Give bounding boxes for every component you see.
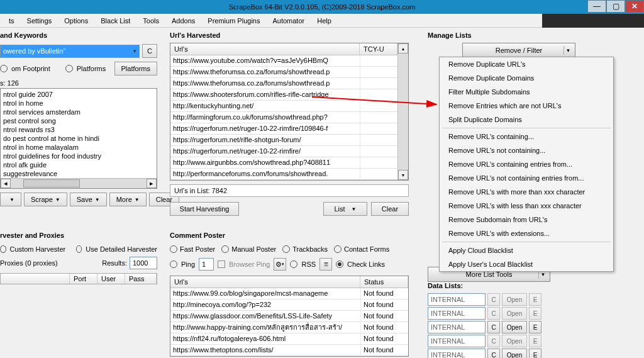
start-harvesting-button[interactable]: Start Harvesting xyxy=(170,202,239,216)
menu-item-apply-cloud-blacklist[interactable]: Apply Cloud Blacklist xyxy=(440,243,613,257)
menu-item-remove-duplicate-domains[interactable]: Remove Duplicate Domains xyxy=(440,71,613,85)
keywords-list[interactable]: ntrol guide 2007ntrol in homentrol servi… xyxy=(0,88,157,189)
detailed-harvester-radio[interactable] xyxy=(76,245,82,253)
poster-row[interactable]: http://www.happy-training.com/หลักสูตรกา… xyxy=(170,322,408,333)
save-button[interactable]: Save▼ xyxy=(70,193,107,206)
scroll-down-icon[interactable]: ▾ xyxy=(398,170,408,180)
menu-settings[interactable]: Settings xyxy=(21,15,58,26)
menu-item-remove-duplicate-url-s[interactable]: Remove Duplicate URL's xyxy=(440,57,613,71)
clear-list-button[interactable]: Clear xyxy=(371,202,409,216)
keyword-item[interactable]: ntrol afk guide xyxy=(3,160,154,169)
harvested-row[interactable]: https://www.theforumsa.co.za/forums/show… xyxy=(170,67,397,78)
c-button[interactable]: C xyxy=(142,44,157,58)
scroll-left-icon[interactable]: ◂ xyxy=(1,179,11,188)
ping-radio[interactable] xyxy=(170,260,177,268)
harvested-row[interactable]: https://rugerforum.net/ruger-10-22-rimfi… xyxy=(170,146,397,157)
c-button[interactable]: C xyxy=(487,349,500,358)
ping-input[interactable] xyxy=(199,258,214,271)
data-list-input[interactable] xyxy=(428,321,486,333)
harvested-row[interactable]: http://www.airgunbbs.com/showthread.php?… xyxy=(170,157,397,169)
menu-premium-plugins[interactable]: Premium Plugins xyxy=(201,15,266,26)
open-button[interactable]: Open xyxy=(502,349,527,358)
data-list-input[interactable] xyxy=(428,293,486,306)
browser-ping-checkbox[interactable] xyxy=(218,260,225,268)
open-button[interactable]: Open xyxy=(502,335,527,347)
open-button[interactable]: Open xyxy=(502,321,527,333)
rss-radio[interactable] xyxy=(290,260,297,268)
keyword-item[interactable]: ntrol services amsterdam xyxy=(3,108,154,116)
list-button[interactable]: List▼ xyxy=(323,202,367,216)
contact-forms-radio[interactable] xyxy=(334,245,341,253)
e-button[interactable]: E xyxy=(529,307,541,320)
manual-poster-radio[interactable] xyxy=(221,245,229,253)
harvested-row[interactable]: https://rugerforum.net/rifle-shotgun-for… xyxy=(170,135,397,146)
menu-tools[interactable]: Tools xyxy=(136,15,165,26)
open-button[interactable]: Open xyxy=(502,307,527,320)
e-button[interactable]: E xyxy=(529,293,541,306)
url-column-header[interactable]: Url's xyxy=(170,43,360,55)
rss-settings-button[interactable]: ☰ xyxy=(319,258,332,271)
data-list-input[interactable] xyxy=(428,335,486,347)
menu-options[interactable]: Options xyxy=(58,15,94,26)
keyword-item[interactable]: ntrol in home malayalam xyxy=(3,143,154,152)
keyword-item[interactable]: do pest control at home in hindi xyxy=(3,134,154,143)
poster-row[interactable]: https://www.99.co/blog/singapore/mcst-ma… xyxy=(170,288,408,299)
menu-item-remove-url-s-containing-entries-from-[interactable]: Remove URL's containing entries from... xyxy=(440,157,613,171)
close-button[interactable]: ✕ xyxy=(625,0,644,13)
menu-item-remove-url-s-not-containing-[interactable]: Remove URL's not containing... xyxy=(440,143,613,157)
harvested-row[interactable]: https://rugerforum.net/ruger-10-22-rimfi… xyxy=(170,123,397,135)
menu-item-remove-url-s-containing-[interactable]: Remove URL's containing... xyxy=(440,130,613,143)
menu-help[interactable]: Help xyxy=(311,15,338,26)
check-links-radio[interactable] xyxy=(336,260,343,268)
menu-item-remove-url-s-not-containing-entries-from-[interactable]: Remove URL's not containing entries from… xyxy=(440,171,613,185)
harvested-row[interactable]: http://performanceforums.com/forums/show… xyxy=(170,169,397,180)
fast-poster-radio[interactable] xyxy=(170,245,177,253)
poster-url-column[interactable]: Url's xyxy=(170,276,360,288)
e-button[interactable]: E xyxy=(529,321,541,333)
trackbacks-radio[interactable] xyxy=(282,245,290,253)
scroll-thumb[interactable] xyxy=(23,179,80,187)
more-button[interactable]: More▼ xyxy=(109,193,147,206)
remove-filter-button[interactable]: Remove / Filter ▼ xyxy=(462,43,575,58)
menu-item-remove-url-s-with-extensions-[interactable]: Remove URL's with extensions... xyxy=(440,227,613,240)
poster-row[interactable]: https://www.glassdoor.com/Benefits/LSS-L… xyxy=(170,311,408,322)
platforms-radio[interactable] xyxy=(65,65,73,72)
maximize-button[interactable]: ▢ xyxy=(606,0,625,13)
keyword-item[interactable]: ntrol in home xyxy=(3,99,154,108)
poster-row[interactable]: http://minecoya.com/log/?p=232Not found xyxy=(170,299,408,311)
keyword-item[interactable]: ntrol guidelines for food industry xyxy=(3,152,154,160)
footprint-combo[interactable]: owered by vBulletin" ▾ xyxy=(0,45,140,58)
c-button[interactable]: C xyxy=(487,293,500,306)
c-button[interactable]: C xyxy=(487,307,500,320)
platforms-button[interactable]: Platforms xyxy=(114,62,157,76)
scroll-right-icon[interactable]: ▸ xyxy=(147,179,157,188)
menu-item-split-duplicate-domains[interactable]: Split Duplicate Domains xyxy=(440,113,613,126)
menu-item-remove-subdomain-from-url-s[interactable]: Remove Subdomain from URL's xyxy=(440,213,613,227)
custom-harvester-radio[interactable] xyxy=(0,245,6,253)
menu-ts[interactable]: ts xyxy=(3,15,21,26)
keyword-item[interactable]: pest control song xyxy=(3,116,154,125)
poster-row[interactable]: https://www.thetoptons.com/lists/Not fou… xyxy=(170,345,408,356)
menu-automator[interactable]: Automator xyxy=(266,15,311,26)
tcy-column-header[interactable]: TCY-U xyxy=(360,43,397,55)
results-input[interactable] xyxy=(130,257,157,269)
keywords-dropdown-button[interactable]: ▼ xyxy=(0,193,21,206)
menu-item-apply-user-s-local-blacklist[interactable]: Apply User's Local Blacklist xyxy=(440,257,613,271)
menu-item-remove-entries-which-are-not-url-s[interactable]: Remove Entries which are not URL's xyxy=(440,99,613,113)
c-button[interactable]: C xyxy=(487,321,500,333)
footprint-radio[interactable] xyxy=(0,65,8,72)
browser-ping-settings-button[interactable]: ⚙▾ xyxy=(274,258,286,271)
harvested-row[interactable]: https://www.youtube.com/watch?v=asJeVy6H… xyxy=(170,55,397,67)
menu-addons[interactable]: Addons xyxy=(165,15,201,26)
menu-item-filter-multiple-subdomains[interactable]: Filter Multiple Subdomains xyxy=(440,85,613,99)
poster-row[interactable]: https://nfl24.ru/fotogalereya-606.htmlNo… xyxy=(170,333,408,345)
scroll-up-icon[interactable]: ▴ xyxy=(398,43,408,53)
data-list-input[interactable] xyxy=(428,307,486,320)
c-button[interactable]: C xyxy=(487,335,500,347)
poster-status-column[interactable]: Status xyxy=(360,276,408,288)
horizontal-scrollbar[interactable]: ◂ ▸ xyxy=(1,178,157,188)
keyword-item[interactable]: ntrol guide 2007 xyxy=(3,90,154,99)
menu-item-remove-url-s-with-more-than-xxx-character[interactable]: Remove URL's with more than xxx characte… xyxy=(440,185,613,199)
keyword-item[interactable]: ntrol rewards rs3 xyxy=(3,125,154,134)
keyword-item[interactable]: suggestrelevance xyxy=(3,169,154,178)
